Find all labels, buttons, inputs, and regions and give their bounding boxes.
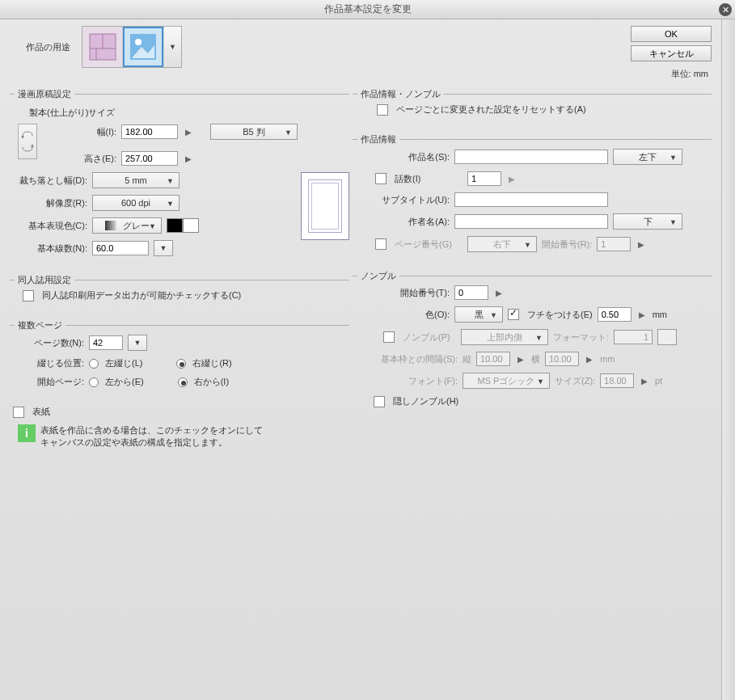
colormode-value: グレー [123, 220, 150, 232]
doujin-group: 同人誌用設定 同人誌印刷用データ出力が可能かチェックする(C) [10, 274, 349, 308]
nombre-color-select[interactable]: 黒▼ [454, 306, 503, 323]
episode-check[interactable] [375, 173, 387, 184]
svg-marker-8 [31, 144, 34, 147]
colormode-select[interactable]: グレー▼ [92, 217, 162, 234]
height-stepper[interactable]: ▶ [183, 152, 194, 165]
purpose-selector: ▼ [82, 26, 182, 68]
doujin-heading: 同人誌用設定 [15, 274, 74, 286]
workname-pos-select[interactable]: 左下▼ [613, 149, 682, 165]
right-bind-label: 右綴じ(R) [192, 357, 231, 369]
nombre-pos-value: 上部内側 [487, 331, 522, 344]
author-label: 作者名(A): [361, 216, 450, 228]
cover-info-text: 表紙を作品に含める場合は、このチェックをオンにして キャンバスの設定や表紙の構成… [40, 424, 263, 449]
lines-input[interactable] [92, 241, 149, 255]
lines-label: 基本線数(N): [18, 242, 87, 255]
reset-label: ページごとに変更された設定をリセットする(A) [396, 103, 586, 116]
purpose-dropdown[interactable]: ▼ [163, 27, 181, 67]
doujin-check[interactable] [23, 290, 34, 302]
page-preview [301, 172, 349, 240]
subtitle-input[interactable] [454, 192, 608, 207]
vertical-scrollbar[interactable] [721, 19, 735, 700]
work-subheading: 作品情報 [357, 133, 399, 145]
hidden-nombre-check[interactable] [374, 396, 385, 407]
nombre-start-input[interactable] [454, 285, 488, 300]
left-bind-radio[interactable] [89, 359, 99, 369]
work-heading: 作品情報・ノンブル [357, 88, 444, 100]
episode-input[interactable] [467, 171, 501, 186]
right-bind-radio[interactable] [176, 359, 186, 369]
purpose-label: 作品の用途 [26, 41, 70, 53]
swatch-black[interactable] [167, 218, 183, 233]
format-label: フォーマット: [553, 331, 609, 344]
doujin-check-label: 同人誌印刷用データ出力が可能かチェックする(C) [42, 289, 241, 302]
bleed-label: 裁ち落とし幅(D): [18, 175, 87, 187]
work-sub-group: 作品情報 作品名(S): 左下▼ 話数(I) ▶ サブタイトル(U): [353, 133, 712, 259]
font-value: MS Pゴシック [478, 375, 535, 387]
fsize-label: サイズ(Z): [555, 375, 595, 387]
svg-marker-7 [21, 136, 24, 139]
workname-input[interactable] [454, 150, 608, 164]
close-icon[interactable]: ✕ [719, 3, 732, 16]
author-pos-value: 下 [644, 216, 653, 228]
gap-v-label: 縦 [463, 353, 471, 365]
swatch-white[interactable] [183, 218, 199, 233]
font-select: MS Pゴシック▼ [463, 373, 550, 389]
nombre-color-label: 色(O): [361, 309, 450, 321]
resolution-value: 600 dpi [121, 198, 150, 208]
gap-h-input [545, 352, 579, 366]
pages-heading: 複数ページ [15, 319, 65, 331]
from-left-radio[interactable] [89, 377, 99, 387]
page-count-input[interactable] [89, 335, 123, 350]
gap-h-label: 横 [531, 353, 540, 365]
purpose-illust-icon[interactable] [123, 27, 163, 67]
border-check[interactable] [508, 309, 519, 320]
border-stepper[interactable]: ▶ [636, 308, 648, 321]
from-right-radio[interactable] [178, 377, 188, 387]
cover-check-label: 表紙 [32, 406, 50, 418]
height-label: 高さ(E): [50, 153, 116, 165]
pageno-stepper: ▶ [636, 238, 647, 251]
width-input[interactable] [121, 124, 178, 139]
preset-value: B5 判 [243, 126, 265, 138]
ok-button[interactable]: OK [631, 26, 712, 42]
fsize-stepper: ▶ [639, 374, 650, 387]
fsize-input [600, 373, 634, 388]
title-text: 作品基本設定を変更 [324, 2, 412, 16]
bind-label: 綴じる位置: [18, 357, 84, 369]
cancel-button[interactable]: キャンセル [631, 45, 712, 61]
preset-select[interactable]: B5 判 ▼ [210, 124, 298, 140]
pageno-start-input [597, 237, 631, 251]
pageno-check[interactable] [375, 238, 387, 250]
height-input[interactable] [121, 151, 178, 166]
author-input[interactable] [454, 214, 608, 229]
resolution-select[interactable]: 600 dpi▼ [92, 195, 180, 211]
left-bind-label: 左綴じ(L) [105, 357, 142, 369]
width-label: 幅(I): [50, 126, 116, 138]
width-stepper[interactable]: ▶ [183, 125, 194, 138]
pageno-pos-value: 右下 [493, 238, 511, 251]
rotate-icon[interactable] [18, 124, 37, 159]
page-count-stepper[interactable]: ▼ [128, 335, 147, 351]
nombre-color-value: 黒 [475, 309, 484, 321]
workname-label: 作品名(S): [361, 151, 450, 163]
reset-check[interactable] [377, 104, 388, 116]
info-icon: i [18, 424, 36, 442]
bleed-value: 5 mm [125, 175, 147, 185]
border-input[interactable] [598, 307, 632, 322]
nombre-check[interactable] [383, 331, 395, 343]
start-label: 開始ページ: [18, 376, 84, 388]
lines-stepper[interactable]: ▼ [154, 240, 173, 256]
episode-label: 話数(I) [395, 173, 463, 185]
workname-pos-value: 左下 [639, 151, 657, 163]
gap-h-stepper: ▶ [584, 352, 595, 365]
cover-check[interactable] [13, 407, 24, 418]
purpose-comic-icon[interactable] [82, 27, 123, 67]
unit-label: 単位: mm [671, 68, 708, 80]
nombre-start-stepper[interactable]: ▶ [493, 286, 505, 299]
bleed-select[interactable]: 5 mm▼ [92, 172, 180, 188]
nombre-pos-select: 上部内側▼ [461, 329, 548, 345]
author-pos-select[interactable]: 下▼ [613, 213, 682, 230]
nombre-group: ノンブル 開始番号(T): ▶ 色(O): 黒▼ フチをつける(E) ▶ mm [353, 270, 712, 414]
subtitle-label: サブタイトル(U): [361, 194, 450, 206]
format-input [614, 330, 653, 344]
